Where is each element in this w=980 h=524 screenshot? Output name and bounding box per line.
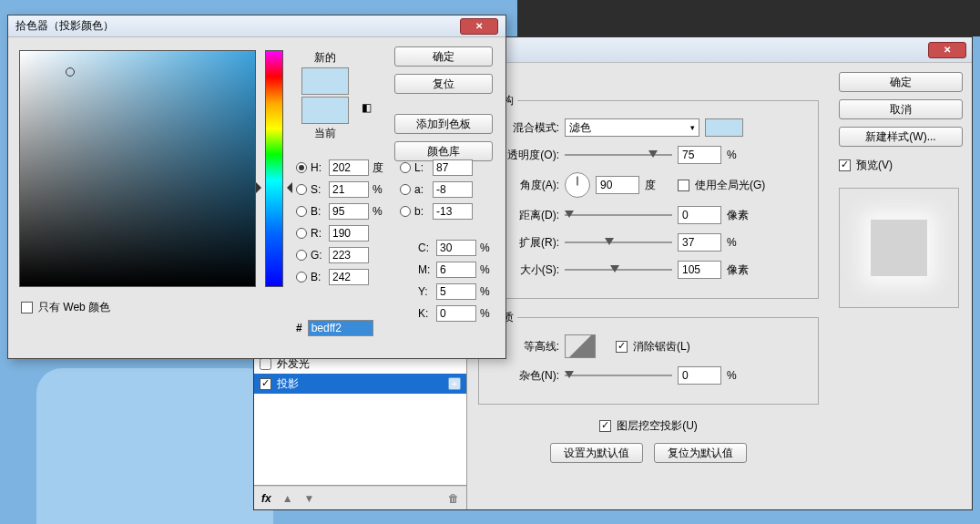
- h-input[interactable]: [329, 159, 369, 176]
- radio-s[interactable]: [296, 184, 307, 195]
- m-input[interactable]: [436, 262, 476, 278]
- color-field[interactable]: [19, 50, 256, 287]
- noise-input[interactable]: [678, 366, 721, 385]
- spread-input[interactable]: [678, 233, 721, 252]
- antialias-label: 消除锯齿(L): [633, 339, 690, 354]
- bv-input[interactable]: [329, 203, 369, 220]
- web-only-label: 只有 Web 颜色: [38, 300, 110, 315]
- angle-input[interactable]: [596, 176, 639, 194]
- global-light-label: 使用全局光(G): [695, 178, 765, 193]
- c-input[interactable]: [436, 240, 476, 256]
- new-color-swatch[interactable]: [301, 67, 349, 95]
- hex-input[interactable]: [308, 320, 373, 336]
- close-icon[interactable]: [460, 18, 498, 35]
- preview-label: 预览(V): [856, 158, 893, 173]
- hue-slider[interactable]: [265, 50, 283, 287]
- new-color-label: 新的: [314, 50, 336, 66]
- checkbox[interactable]: [260, 378, 271, 390]
- blend-mode-select[interactable]: 滤色 ▾: [565, 118, 699, 137]
- global-light-checkbox[interactable]: [678, 180, 689, 191]
- chevron-down-icon: ▾: [690, 123, 695, 132]
- arrow-up-icon[interactable]: ▲: [282, 492, 293, 505]
- antialias-checkbox[interactable]: [616, 341, 628, 353]
- arrow-down-icon[interactable]: ▼: [304, 492, 315, 505]
- reset-default-button[interactable]: 复位为默认值: [654, 443, 747, 463]
- dialog-title: 拾色器（投影颜色）: [15, 18, 460, 34]
- close-icon[interactable]: [928, 42, 966, 58]
- shadow-color-swatch[interactable]: [705, 118, 743, 137]
- style-list-footer: fx ▲ ▼ 🗑: [254, 486, 466, 509]
- radio-bch[interactable]: [296, 272, 307, 283]
- color-field-cursor[interactable]: [66, 67, 75, 77]
- knockout-checkbox[interactable]: [599, 420, 611, 432]
- style-item-label: 投影: [277, 376, 299, 392]
- distance-slider[interactable]: [565, 209, 672, 221]
- add-swatch-button[interactable]: 添加到色板: [394, 114, 493, 134]
- radio-g[interactable]: [296, 250, 307, 261]
- hash-label: #: [296, 322, 302, 334]
- noise-slider[interactable]: [565, 369, 672, 382]
- radio-r[interactable]: [296, 228, 307, 239]
- a-input[interactable]: [433, 181, 473, 198]
- s-input[interactable]: [329, 181, 369, 198]
- preview-thumbnail: [839, 188, 959, 308]
- radio-l[interactable]: [400, 162, 411, 173]
- set-default-button[interactable]: 设置为默认值: [550, 443, 643, 463]
- contour-picker[interactable]: [565, 334, 596, 358]
- reset-button[interactable]: 复位: [394, 74, 493, 94]
- knockout-label: 图层挖空投影(U): [617, 418, 698, 434]
- checkbox[interactable]: [260, 358, 271, 370]
- color-library-button[interactable]: 颜色库: [394, 141, 493, 161]
- layerstyle-sidebar: 确定 取消 新建样式(W)... 预览(V): [830, 63, 972, 509]
- size-slider[interactable]: [565, 263, 672, 276]
- angle-dial[interactable]: [565, 172, 590, 198]
- spread-slider[interactable]: [565, 236, 672, 249]
- ok-button[interactable]: 确定: [839, 72, 963, 92]
- list-item[interactable]: 投影 +: [254, 374, 466, 394]
- radio-a[interactable]: [400, 184, 411, 195]
- r-input[interactable]: [329, 225, 369, 241]
- distance-input[interactable]: [678, 206, 721, 224]
- new-style-button[interactable]: 新建样式(W)...: [839, 127, 963, 147]
- opacity-input[interactable]: [678, 146, 721, 164]
- radio-lb[interactable]: [400, 206, 411, 217]
- fx-icon[interactable]: fx: [261, 492, 271, 505]
- g-input[interactable]: [329, 247, 369, 263]
- drop-shadow-panel: 投影 结构 混合模式: 滤色 ▾ 不透明度(O): %: [467, 63, 830, 509]
- preview-checkbox[interactable]: [839, 159, 851, 171]
- current-color-swatch[interactable]: [301, 97, 349, 124]
- web-only-checkbox[interactable]: [21, 302, 33, 313]
- ok-button[interactable]: 确定: [394, 46, 493, 67]
- cancel-button[interactable]: 取消: [839, 99, 963, 119]
- size-input[interactable]: [678, 261, 721, 279]
- color-picker-dialog: 拾色器（投影颜色） 新的 当前 ◧ 确定 复位 添加到色板 颜色库 H:: [7, 15, 506, 359]
- plus-icon[interactable]: +: [448, 377, 461, 390]
- section-title: 投影: [478, 72, 819, 87]
- quality-group: 品质 等高线: 消除锯齿(L) 杂色(N): %: [478, 310, 819, 405]
- noise-label: 杂色(N):: [488, 368, 559, 384]
- radio-b[interactable]: [296, 206, 307, 217]
- trash-icon[interactable]: 🗑: [448, 492, 459, 505]
- k-input[interactable]: [436, 305, 476, 322]
- picker-titlebar[interactable]: 拾色器（投影颜色）: [8, 15, 505, 37]
- y-input[interactable]: [436, 283, 476, 300]
- opacity-slider[interactable]: [565, 149, 672, 161]
- current-color-label: 当前: [314, 126, 336, 141]
- lb-input[interactable]: [433, 203, 473, 220]
- l-input[interactable]: [433, 159, 473, 176]
- bch-input[interactable]: [329, 269, 369, 285]
- structure-group: 结构 混合模式: 滤色 ▾ 不透明度(O): % 角度(A):: [478, 93, 819, 299]
- radio-h[interactable]: [296, 162, 307, 173]
- cube-icon[interactable]: ◧: [362, 101, 374, 114]
